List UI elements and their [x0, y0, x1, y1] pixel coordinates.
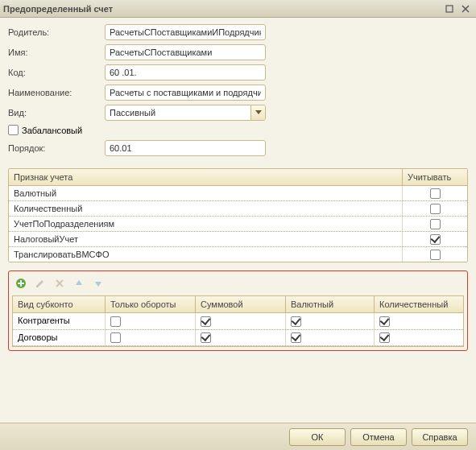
type-label: Вид: — [8, 108, 105, 118]
grid1-checkbox[interactable] — [430, 219, 441, 229]
grid1-cell-label: Количественный — [9, 201, 403, 216]
grid1-row[interactable]: Количественный — [9, 201, 467, 217]
grid2-header-turnover: Только обороты — [106, 296, 196, 312]
ok-button[interactable]: ОК — [289, 428, 346, 446]
grid2-checkbox[interactable] — [201, 332, 211, 343]
parent-label: Родитель: — [8, 27, 105, 37]
grid1-cell-label: НалоговыйУчет — [9, 232, 403, 246]
grid1-header-attr: Признак учета — [9, 169, 403, 185]
grid2-checkbox[interactable] — [110, 316, 121, 327]
grid1-cell-label: Валютный — [9, 186, 403, 200]
move-down-icon — [91, 276, 106, 291]
titlebar: Предопределенный счет — [0, 0, 476, 18]
description-input[interactable] — [105, 85, 266, 101]
window-title: Предопределенный счет — [3, 4, 441, 14]
delete-icon — [52, 276, 67, 291]
grid1-cell-label: УчетПоПодразделениям — [9, 217, 403, 231]
grid2-header-type: Вид субконто — [13, 296, 106, 312]
grid2-cell-label: Контрагенты — [13, 313, 106, 329]
help-button[interactable]: Справка — [412, 428, 468, 446]
offbalance-label: Забалансовый — [22, 126, 82, 135]
move-up-icon — [72, 276, 86, 291]
grid1-checkbox[interactable] — [430, 234, 441, 245]
type-select[interactable] — [105, 105, 266, 121]
grid1-checkbox[interactable] — [430, 188, 441, 199]
grid2-header-qty: Количественный — [375, 296, 463, 312]
grid1-row[interactable]: НалоговыйУчет — [9, 232, 467, 247]
grid2-checkbox[interactable] — [201, 316, 211, 327]
grid1-row[interactable]: УчетПоПодразделениям — [9, 217, 467, 232]
grid1-row[interactable]: ТранслироватьВМСФО — [9, 247, 467, 262]
add-icon[interactable] — [14, 276, 28, 291]
description-label: Наименование: — [8, 88, 105, 97]
footer: ОК Отмена Справка — [0, 423, 476, 450]
code-label: Код: — [8, 68, 105, 77]
cancel-button[interactable]: Отмена — [350, 428, 407, 446]
close-button[interactable] — [458, 2, 473, 15]
subconto-section: Вид субконто Только обороты Суммовой Вал… — [8, 270, 468, 351]
offbalance-checkbox[interactable] — [8, 125, 19, 135]
subconto-grid: Вид субконто Только обороты Суммовой Вал… — [12, 295, 464, 347]
order-input[interactable] — [105, 140, 266, 156]
grid2-row[interactable]: Контрагенты — [13, 313, 463, 330]
name-input[interactable] — [105, 44, 266, 60]
form-area: Родитель: Имя: Код: Наименование: Вид: З… — [0, 18, 476, 163]
grid2-checkbox[interactable] — [110, 332, 121, 343]
grid2-header-sum: Суммовой — [196, 296, 286, 312]
type-dropdown-button[interactable] — [250, 105, 265, 120]
subconto-toolbar — [12, 275, 464, 295]
grid2-checkbox[interactable] — [379, 316, 390, 327]
grid2-checkbox[interactable] — [291, 332, 301, 343]
grid1-checkbox[interactable] — [430, 204, 441, 214]
grid2-row[interactable]: Договоры — [13, 330, 463, 347]
grid2-checkbox[interactable] — [291, 316, 301, 327]
grid1-cell-label: ТранслироватьВМСФО — [9, 247, 403, 262]
edit-icon — [33, 276, 48, 291]
grid1-checkbox[interactable] — [430, 250, 441, 260]
accounting-attributes-grid: Признак учета Учитывать ВалютныйКоличест… — [8, 168, 468, 262]
order-label: Порядок: — [8, 143, 105, 153]
parent-input[interactable] — [105, 24, 266, 40]
grid2-header-currency: Валютный — [286, 296, 375, 312]
grid2-cell-label: Договоры — [13, 330, 106, 346]
name-label: Имя: — [8, 47, 105, 57]
grid1-row[interactable]: Валютный — [9, 186, 467, 201]
grid1-header-use: Учитывать — [403, 169, 467, 185]
code-input[interactable] — [105, 64, 266, 81]
grid2-checkbox[interactable] — [379, 332, 390, 343]
svg-rect-0 — [446, 6, 453, 12]
maximize-button[interactable] — [442, 2, 457, 15]
